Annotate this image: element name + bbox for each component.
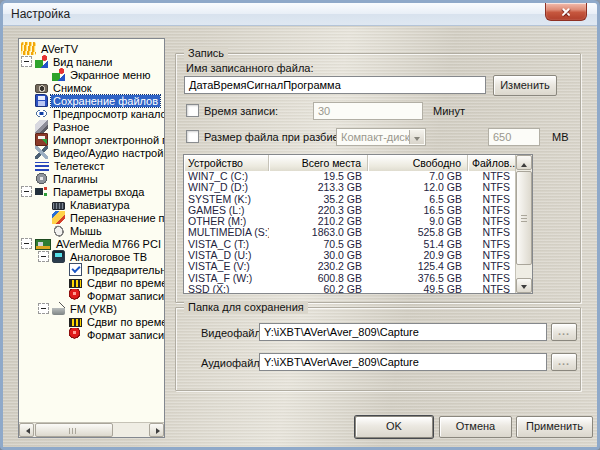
drive-row[interactable]: VISTA_C (T:)70.5 GB51.4 GBNTFS xyxy=(184,239,515,250)
tree-item[interactable]: Сдвиг по времени xyxy=(19,315,164,328)
tree-item[interactable]: AVerTV xyxy=(19,42,164,55)
scroll-thumb[interactable] xyxy=(35,423,113,437)
tree-item[interactable]: Сдвиг по времени xyxy=(19,276,164,289)
duration-checkbox[interactable] xyxy=(186,104,199,117)
drive-row[interactable]: OTHER (M:)210.2 GB9.0 GBNTFS xyxy=(184,216,515,227)
audio-browse-button[interactable]: ... xyxy=(551,353,577,371)
drive-table: УстройствоВсего местаСвободноФайлов... W… xyxy=(183,154,533,294)
tree-expander-icon[interactable] xyxy=(38,251,49,262)
apply-button[interactable]: Применить xyxy=(516,416,593,438)
tree-item[interactable]: Мышь xyxy=(19,224,164,237)
scroll-right-button[interactable] xyxy=(149,423,164,437)
tree-item[interactable]: Аналоговое ТВ xyxy=(19,250,164,263)
tree-item[interactable]: AVerMedia M766 PCI Pure A xyxy=(19,237,164,250)
drive-cell: VISTA_E (V:) xyxy=(184,261,269,272)
preview-check-icon xyxy=(69,263,82,276)
drive-row[interactable]: GAMES (L:)220.3 GB16.5 GBNTFS xyxy=(184,205,515,216)
tree-item-label: Предварительный xyxy=(85,264,164,276)
audio-path-input[interactable]: Y:\iXBT\AVer\Aver_809\Capture xyxy=(259,353,547,371)
tree-item[interactable]: Формат записи xyxy=(19,289,164,302)
column-header[interactable]: Свободно xyxy=(368,155,468,171)
split-size-checkbox[interactable] xyxy=(186,130,199,143)
drive-cell: 49.5 GB xyxy=(368,284,468,293)
drive-table-header: УстройствоВсего местаСвободноФайлов... xyxy=(184,155,515,171)
drive-row[interactable]: VISTA_F (W:)600.8 GB376.5 GBNTFS xyxy=(184,273,515,284)
tree-item-label: Клавиатура xyxy=(68,199,132,211)
scroll-up-button[interactable] xyxy=(516,155,532,170)
tree-item[interactable]: Плагины xyxy=(19,172,164,185)
tree-item[interactable]: Импорт электронной прог xyxy=(19,133,164,146)
record-group: Запись Имя записанного файла: ДатаВремяС… xyxy=(175,53,581,303)
tree-item[interactable]: Параметры входа xyxy=(19,185,164,198)
drive-row[interactable]: WIN7_C (C:)19.5 GB7.0 GBNTFS xyxy=(184,171,515,182)
tree-item[interactable]: Формат записи xyxy=(19,328,164,341)
cancel-button[interactable]: Отмена xyxy=(439,416,512,438)
duration-unit-label: Минут xyxy=(433,105,465,117)
scroll-thumb[interactable] xyxy=(516,171,532,265)
drive-cell: NTFS xyxy=(468,239,515,250)
scroll-down-button[interactable] xyxy=(516,278,532,293)
tree-item[interactable]: FM (УКВ) xyxy=(19,302,164,315)
tree-item-label: Мышь xyxy=(68,225,104,237)
drive-row[interactable]: VISTA_D (U:)30.0 GB20.9 GBNTFS xyxy=(184,250,515,261)
drive-cell: GAMES (L:) xyxy=(184,205,269,216)
tree-item[interactable]: Телетекст xyxy=(19,159,164,172)
change-button[interactable]: Изменить xyxy=(493,75,557,96)
save-folder-group: Папка для сохранения Видеофайлы: Y:\iXBT… xyxy=(175,307,581,391)
drive-cell: 30.0 GB xyxy=(269,250,368,261)
drive-row[interactable]: MULTIMEDIA (S:)1863.0 GB525.8 GBNTFS xyxy=(184,227,515,238)
drive-row[interactable]: SSD (X:)60.2 GB49.5 GBNTFS xyxy=(184,284,515,293)
video-browse-button[interactable]: ... xyxy=(551,323,577,341)
close-button[interactable] xyxy=(545,3,587,21)
column-header[interactable]: Устройство xyxy=(184,155,269,171)
arrow-up-icon xyxy=(521,160,527,167)
tree-item[interactable]: Видео/Аудио настройки xyxy=(19,146,164,159)
settings-tree: AVerTVВид панелиЭкранное менюСнимокСохра… xyxy=(19,42,164,422)
tree-item[interactable]: Вид панели xyxy=(19,55,164,68)
drive-cell: 1863.0 GB xyxy=(269,227,368,238)
panel-icon xyxy=(35,55,48,68)
tree-item[interactable]: Предварительный xyxy=(19,263,164,276)
drive-row[interactable]: VISTA_E (V:)230.2 GB125.4 GBNTFS xyxy=(184,261,515,272)
drive-cell: 376.5 GB xyxy=(368,273,468,284)
filename-input[interactable]: ДатаВремяСигналПрограмма xyxy=(184,76,486,94)
tree-expander-icon[interactable] xyxy=(21,56,32,67)
tree-item[interactable]: Сохранение файлов xyxy=(19,94,164,107)
tree-item[interactable]: Предпросмотр каналов xyxy=(19,107,164,120)
tree-horizontal-scrollbar[interactable] xyxy=(19,422,164,437)
drive-cell: 7.0 GB xyxy=(368,171,468,182)
drive-row[interactable]: SYSTEM (K:)35.2 GB6.5 GBNTFS xyxy=(184,194,515,205)
tree-item[interactable]: Экранное меню xyxy=(19,68,164,81)
drive-cell: WIN7_C (C:) xyxy=(184,171,269,182)
tree-item-label: Сдвиг по времени xyxy=(85,277,164,289)
duration-checkbox-label[interactable]: Время записи: xyxy=(204,105,278,117)
tree-expander-icon[interactable] xyxy=(38,303,49,314)
record-group-title: Запись xyxy=(184,47,228,60)
ok-button[interactable]: OK xyxy=(355,416,433,438)
input-connector-icon xyxy=(35,185,48,198)
column-header[interactable]: Всего места xyxy=(269,155,368,171)
tree-item[interactable]: Снимок xyxy=(19,81,164,94)
drive-cell: NTFS xyxy=(468,227,515,238)
tree-item-label: Видео/Аудио настройки xyxy=(51,147,164,159)
table-vertical-scrollbar[interactable] xyxy=(515,155,532,293)
scroll-left-button[interactable] xyxy=(19,423,34,437)
eye-icon xyxy=(35,107,48,120)
chevron-down-icon xyxy=(414,137,420,144)
column-header[interactable]: Файлов... xyxy=(468,155,516,171)
drive-cell: 19.5 GB xyxy=(269,171,368,182)
tree-expander-icon[interactable] xyxy=(21,238,32,249)
drive-cell: NTFS xyxy=(468,261,515,272)
dropdown-button xyxy=(409,130,424,144)
drive-cell: OTHER (M:) xyxy=(184,216,269,227)
tree-item[interactable]: Клавиатура xyxy=(19,198,164,211)
drive-cell: 600.8 GB xyxy=(269,273,368,284)
tree-item[interactable]: Разное xyxy=(19,120,164,133)
tree-expander-icon[interactable] xyxy=(21,186,32,197)
drive-row[interactable]: WIN7_D (D:)213.3 GB12.0 GBNTFS xyxy=(184,182,515,193)
title-bar[interactable]: Настройка xyxy=(3,3,597,26)
tree-item-label: Предпросмотр каналов xyxy=(51,108,164,120)
tree-item[interactable]: Переназначение пульт xyxy=(19,211,164,224)
video-path-input[interactable]: Y:\iXBT\AVer\Aver_809\Capture xyxy=(259,323,547,341)
camera-icon xyxy=(35,84,48,93)
